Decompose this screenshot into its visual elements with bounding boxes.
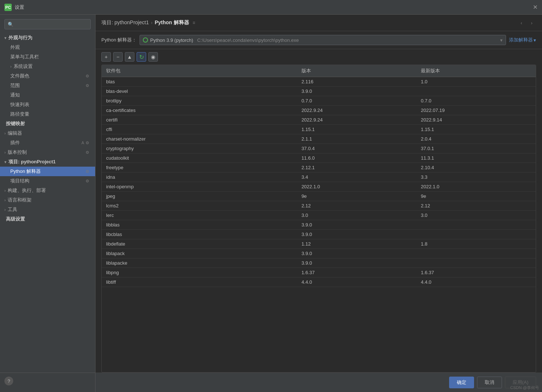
package-name: libdeflate — [102, 239, 297, 249]
sidebar-item-notify[interactable]: 通知 — [0, 90, 95, 100]
sidebar-item-label: 项目结构 — [10, 178, 29, 184]
nav-forward-button[interactable]: › — [527, 18, 536, 27]
help-button[interactable]: ? — [4, 377, 13, 385]
package-name: libtiff — [102, 277, 297, 287]
add-package-button[interactable]: + — [101, 52, 111, 62]
interpreter-dropdown[interactable]: Python 3.9 (pytorch) C:\Users\peace\.con… — [140, 35, 506, 45]
package-name: charset-normalizer — [102, 134, 297, 144]
sidebar-item-advanced[interactable]: 高级设置 — [0, 214, 95, 224]
sidebar-item-appearance-group[interactable]: ▾ 外观与行为 — [0, 33, 95, 43]
breadcrumb-arrow: › — [151, 20, 152, 25]
sidebar-item-editor[interactable]: › 编辑器 — [0, 128, 95, 138]
chevron-right-icon6: › — [4, 208, 6, 212]
bottom-bar: 确定 取消 应用(A) — [95, 373, 542, 392]
sidebar-item-project-structure[interactable]: 项目结构 ⚙ — [0, 176, 95, 186]
package-latest: 2.0.4 — [416, 134, 536, 144]
table-row[interactable]: jpeg9e9e — [102, 192, 536, 201]
title-bar-text: 设置 — [15, 4, 24, 11]
translate-icon: A — [82, 141, 84, 145]
sidebar-item-vcs[interactable]: › 版本控制 ⚙ — [0, 148, 95, 157]
sidebar-item-label: 路径变量 — [10, 111, 29, 117]
package-version: 3.9.0 — [297, 87, 416, 96]
package-name: libpng — [102, 268, 297, 277]
sidebar-item-pathvar[interactable]: 路径变量 — [0, 109, 95, 119]
table-row[interactable]: blas-devel3.9.0 — [102, 87, 536, 96]
col-header-latest[interactable]: 最新版本 — [416, 65, 536, 77]
refresh-button[interactable]: ↻ — [137, 52, 146, 62]
package-name: blas-devel — [102, 87, 297, 96]
settings-icon4: ⚙ — [86, 150, 89, 155]
sidebar-item-appearance[interactable]: 外观 — [0, 43, 95, 52]
search-icon: 🔍 — [8, 22, 14, 27]
sidebar-item-keymap[interactable]: 按键映射 — [0, 119, 95, 128]
package-name: lcms2 — [102, 201, 297, 211]
table-row[interactable]: cryptography37.0.437.0.1 — [102, 144, 536, 153]
packages-table-scroll[interactable]: 软件包 版本 最新版本 blas2.1161.0blas-devel3.9.0b… — [102, 65, 536, 372]
table-row[interactable]: ca-certificates2022.9.242022.07.19 — [102, 106, 536, 115]
breadcrumb-nav: ‹ › — [517, 18, 536, 27]
table-row[interactable]: idna3.43.3 — [102, 173, 536, 182]
package-latest — [416, 258, 536, 268]
table-row[interactable]: brotlipy0.7.00.7.0 — [102, 96, 536, 106]
table-row[interactable]: lcms22.122.12 — [102, 201, 536, 211]
nav-back-button[interactable]: ‹ — [517, 18, 526, 27]
sidebar-item-build[interactable]: › 构建、执行、部署 — [0, 186, 95, 195]
sidebar-item-project-group[interactable]: ▾ 项目: pythonProject1 — [0, 157, 95, 167]
search-box[interactable]: 🔍 — [4, 19, 91, 29]
table-row[interactable]: charset-normalizer2.1.12.0.4 — [102, 134, 536, 144]
table-row[interactable]: liblapacke3.9.0 — [102, 258, 536, 268]
table-row[interactable]: liblapack3.9.0 — [102, 249, 536, 258]
add-interpreter-button[interactable]: 添加解释器 ▾ — [509, 37, 536, 43]
confirm-button[interactable]: 确定 — [449, 377, 474, 388]
sidebar-item-scope[interactable]: 范围 ⚙ — [0, 81, 95, 90]
sidebar-item-filecolors[interactable]: 文件颜色 ⚙ — [0, 71, 95, 81]
col-header-package[interactable]: 软件包 — [102, 65, 297, 77]
badge-icons2: ⚙ — [86, 83, 89, 88]
table-row[interactable]: blas2.1161.0 — [102, 77, 536, 87]
package-version: 1.6.37 — [297, 268, 416, 277]
package-latest: 4.4.0 — [416, 277, 536, 287]
search-input[interactable] — [16, 22, 87, 27]
package-latest — [416, 230, 536, 239]
sidebar-item-label: 菜单与工具栏 — [10, 54, 39, 60]
sidebar-item-system[interactable]: › 系统设置 — [0, 62, 95, 71]
sidebar-item-menus[interactable]: 菜单与工具栏 — [0, 52, 95, 62]
table-row[interactable]: lerc3.03.0 — [102, 211, 536, 220]
cancel-button[interactable]: 取消 — [477, 377, 502, 388]
sidebar-item-tools[interactable]: › 工具 — [0, 205, 95, 214]
settings-icon2: ⚙ — [86, 83, 89, 88]
interpreter-row: Python 解释器： Python 3.9 (pytorch) C:\User… — [95, 31, 542, 49]
package-latest: 0.7.0 — [416, 96, 536, 106]
table-row[interactable]: libpng1.6.371.6.37 — [102, 268, 536, 277]
sidebar-item-plugins[interactable]: 插件 A ⚙ — [0, 138, 95, 148]
table-row[interactable]: cudatoolkit11.6.011.3.1 — [102, 153, 536, 163]
table-row[interactable]: libtiff4.4.04.4.0 — [102, 277, 536, 287]
sidebar-item-lang[interactable]: › 语言和框架 — [0, 195, 95, 205]
sidebar-item-label: 通知 — [10, 92, 20, 98]
package-latest: 1.6.37 — [416, 268, 536, 277]
package-version: 2.12.1 — [297, 163, 416, 173]
interp-badge: ⚙ — [86, 169, 89, 174]
sidebar-item-python-interpreter[interactable]: Python 解释器 ⚙ — [0, 167, 95, 176]
remove-package-button[interactable]: − — [113, 52, 123, 62]
badge-icons: ⚙ — [86, 74, 89, 79]
package-version: 3.9.0 — [297, 230, 416, 239]
package-version: 2.116 — [297, 77, 416, 87]
close-button[interactable]: ✕ — [533, 4, 538, 11]
table-row[interactable]: libcblas3.9.0 — [102, 230, 536, 239]
sidebar-item-quicklist[interactable]: 快速列表 — [0, 100, 95, 109]
eye-button[interactable]: ◉ — [148, 52, 158, 62]
table-row[interactable]: freetype2.12.12.10.4 — [102, 163, 536, 173]
struct-badge: ⚙ — [86, 179, 89, 184]
table-row[interactable]: cffi1.15.11.15.1 — [102, 125, 536, 134]
table-row[interactable]: libdeflate1.121.8 — [102, 239, 536, 249]
table-row[interactable]: certifi2022.9.242022.9.14 — [102, 115, 536, 125]
up-button[interactable]: ▲ — [125, 52, 134, 62]
sidebar-item-label: 外观 — [10, 44, 20, 51]
package-version: 1.15.1 — [297, 125, 416, 134]
table-row[interactable]: intel-openmp2022.1.02022.1.0 — [102, 182, 536, 192]
title-bar: PC 设置 ✕ — [0, 0, 542, 15]
sidebar-item-label: 语言和框架 — [8, 197, 32, 203]
table-row[interactable]: libblas3.9.0 — [102, 220, 536, 230]
col-header-version[interactable]: 版本 — [297, 65, 416, 77]
